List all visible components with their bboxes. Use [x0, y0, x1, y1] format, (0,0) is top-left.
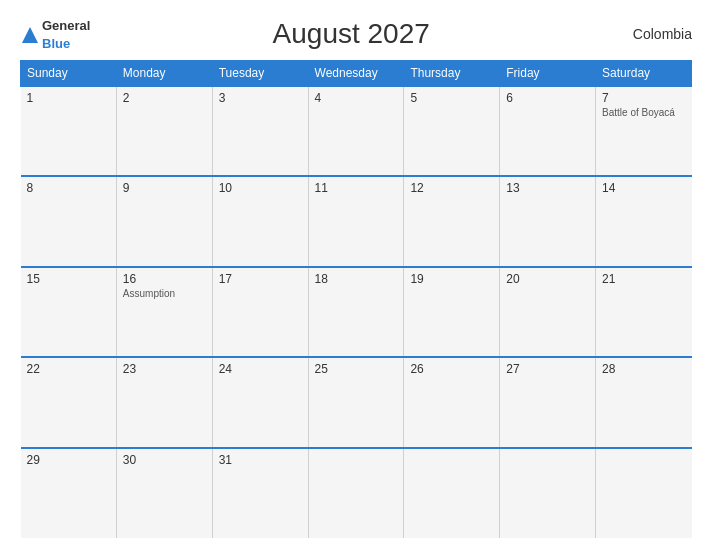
calendar-cell: 9: [116, 176, 212, 266]
calendar-cell: 14: [596, 176, 692, 266]
logo-icon: [20, 25, 38, 43]
day-number: 10: [219, 181, 302, 195]
week-row-1: 1234567Battle of Boyacá: [21, 86, 692, 176]
day-number: 27: [506, 362, 589, 376]
calendar-cell: [308, 448, 404, 538]
day-number: 21: [602, 272, 685, 286]
logo-blue-text: Blue: [42, 36, 70, 51]
day-number: 1: [27, 91, 110, 105]
day-number: 4: [315, 91, 398, 105]
week-row-5: 293031: [21, 448, 692, 538]
calendar-cell: 18: [308, 267, 404, 357]
calendar-cell: [596, 448, 692, 538]
day-number: 3: [219, 91, 302, 105]
day-number: 2: [123, 91, 206, 105]
calendar-cell: 13: [500, 176, 596, 266]
calendar-cell: 2: [116, 86, 212, 176]
calendar-cell: 22: [21, 357, 117, 447]
calendar-cell: 1: [21, 86, 117, 176]
week-row-3: 1516Assumption1718192021: [21, 267, 692, 357]
day-number: 24: [219, 362, 302, 376]
day-number: 19: [410, 272, 493, 286]
day-header-monday: Monday: [116, 61, 212, 87]
calendar-cell: 19: [404, 267, 500, 357]
calendar-cell: 25: [308, 357, 404, 447]
day-header-wednesday: Wednesday: [308, 61, 404, 87]
country-label: Colombia: [612, 26, 692, 42]
calendar-cell: 21: [596, 267, 692, 357]
calendar-cell: 27: [500, 357, 596, 447]
day-header-sunday: Sunday: [21, 61, 117, 87]
day-number: 13: [506, 181, 589, 195]
calendar-cell: 12: [404, 176, 500, 266]
calendar-cell: 5: [404, 86, 500, 176]
day-number: 7: [602, 91, 685, 105]
calendar-cell: 10: [212, 176, 308, 266]
logo-general-text: General: [42, 18, 90, 33]
day-number: 6: [506, 91, 589, 105]
calendar-cell: 3: [212, 86, 308, 176]
day-number: 31: [219, 453, 302, 467]
calendar-cell: 31: [212, 448, 308, 538]
calendar-cell: 20: [500, 267, 596, 357]
day-number: 30: [123, 453, 206, 467]
calendar-cell: 16Assumption: [116, 267, 212, 357]
logo: General Blue: [20, 16, 90, 52]
calendar-cell: 28: [596, 357, 692, 447]
calendar-cell: 24: [212, 357, 308, 447]
day-number: 29: [27, 453, 110, 467]
event-label: Battle of Boyacá: [602, 107, 685, 118]
day-number: 14: [602, 181, 685, 195]
day-number: 11: [315, 181, 398, 195]
day-number: 8: [27, 181, 110, 195]
calendar-cell: 26: [404, 357, 500, 447]
calendar-page: General Blue August 2027 Colombia Sunday…: [0, 0, 712, 550]
calendar-cell: 23: [116, 357, 212, 447]
day-header-row: SundayMondayTuesdayWednesdayThursdayFrid…: [21, 61, 692, 87]
day-number: 23: [123, 362, 206, 376]
calendar-cell: [404, 448, 500, 538]
day-number: 18: [315, 272, 398, 286]
calendar-cell: 29: [21, 448, 117, 538]
calendar-cell: 4: [308, 86, 404, 176]
day-number: 15: [27, 272, 110, 286]
event-label: Assumption: [123, 288, 206, 299]
calendar-cell: 6: [500, 86, 596, 176]
day-header-thursday: Thursday: [404, 61, 500, 87]
day-number: 28: [602, 362, 685, 376]
day-number: 12: [410, 181, 493, 195]
calendar-cell: 8: [21, 176, 117, 266]
day-number: 20: [506, 272, 589, 286]
week-row-2: 891011121314: [21, 176, 692, 266]
day-header-tuesday: Tuesday: [212, 61, 308, 87]
calendar-table: SundayMondayTuesdayWednesdayThursdayFrid…: [20, 60, 692, 538]
calendar-cell: 15: [21, 267, 117, 357]
logo-text: General Blue: [42, 16, 90, 52]
day-number: 5: [410, 91, 493, 105]
svg-marker-0: [22, 27, 38, 43]
header: General Blue August 2027 Colombia: [20, 16, 692, 52]
day-number: 17: [219, 272, 302, 286]
calendar-cell: 7Battle of Boyacá: [596, 86, 692, 176]
month-title: August 2027: [90, 18, 612, 50]
calendar-cell: 30: [116, 448, 212, 538]
calendar-cell: [500, 448, 596, 538]
day-header-friday: Friday: [500, 61, 596, 87]
day-number: 25: [315, 362, 398, 376]
calendar-cell: 17: [212, 267, 308, 357]
week-row-4: 22232425262728: [21, 357, 692, 447]
day-number: 22: [27, 362, 110, 376]
day-number: 26: [410, 362, 493, 376]
calendar-cell: 11: [308, 176, 404, 266]
day-header-saturday: Saturday: [596, 61, 692, 87]
day-number: 16: [123, 272, 206, 286]
day-number: 9: [123, 181, 206, 195]
